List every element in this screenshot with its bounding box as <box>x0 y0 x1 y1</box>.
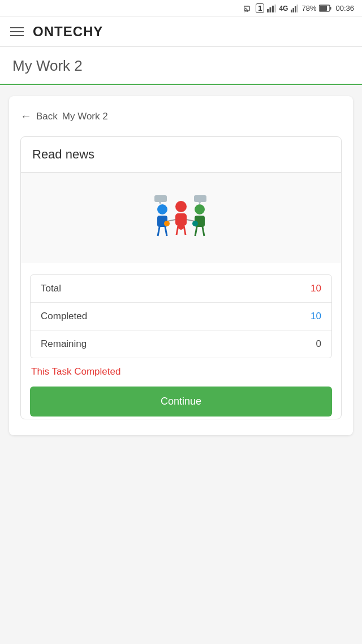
team-illustration <box>150 190 212 246</box>
inner-card: Read news <box>20 136 342 419</box>
cast-icon <box>244 5 253 12</box>
app-title: ONTECHY <box>33 24 103 40</box>
hamburger-menu[interactable] <box>10 27 24 36</box>
status-icons: 1 4G 78% 00:36 <box>244 3 354 13</box>
svg-line-29 <box>184 226 186 235</box>
time-display: 00:36 <box>335 4 354 12</box>
svg-rect-4 <box>272 6 274 12</box>
svg-rect-3 <box>270 7 272 12</box>
svg-rect-11 <box>320 6 327 11</box>
status-bar: 1 4G 78% 00:36 <box>0 0 362 17</box>
back-arrow-icon: ← <box>20 110 32 123</box>
svg-line-20 <box>187 220 195 221</box>
stats-row-total: Total 10 <box>31 275 331 303</box>
back-label: Back <box>36 111 58 122</box>
top-nav: ONTECHY <box>0 17 362 47</box>
network-type: 4G <box>279 5 288 12</box>
svg-line-30 <box>158 227 160 236</box>
battery-icon <box>319 5 331 12</box>
illustration-area <box>21 173 341 263</box>
svg-rect-9 <box>297 5 299 12</box>
svg-point-15 <box>157 204 167 214</box>
svg-line-28 <box>176 226 178 235</box>
stats-table: Total 10 Completed 10 Remaining 0 <box>30 274 332 358</box>
svg-line-32 <box>195 227 197 236</box>
svg-point-17 <box>195 204 205 214</box>
svg-point-13 <box>175 201 187 212</box>
completed-value: 10 <box>311 311 321 322</box>
svg-point-22 <box>178 224 184 230</box>
signal-icon <box>267 5 276 12</box>
task-completed-message: This Task Completed <box>30 366 332 377</box>
completed-label: Completed <box>41 311 87 322</box>
main-content: ← Back My Work 2 Read news <box>0 85 362 446</box>
svg-marker-25 <box>159 202 161 205</box>
lte-signal-icon <box>291 5 299 12</box>
page-title: My Work 2 <box>12 57 350 75</box>
svg-line-33 <box>202 227 204 236</box>
svg-rect-7 <box>293 8 295 12</box>
svg-rect-12 <box>330 7 331 10</box>
svg-rect-6 <box>291 10 292 12</box>
notification-badge: 1 <box>256 3 264 13</box>
remaining-value: 0 <box>316 338 321 350</box>
svg-line-31 <box>165 227 167 236</box>
svg-point-1 <box>244 11 244 12</box>
back-nav[interactable]: ← Back My Work 2 <box>20 110 342 123</box>
main-card: ← Back My Work 2 Read news <box>9 96 353 435</box>
remaining-label: Remaining <box>41 338 87 350</box>
breadcrumb: My Work 2 <box>62 111 108 122</box>
stats-row-remaining: Remaining 0 <box>31 330 331 358</box>
svg-rect-2 <box>267 9 269 12</box>
inner-card-header: Read news <box>21 137 341 173</box>
task-title: Read news <box>32 147 94 161</box>
svg-rect-14 <box>175 213 187 226</box>
svg-rect-5 <box>275 5 277 12</box>
total-value: 10 <box>311 283 321 294</box>
svg-rect-26 <box>194 195 206 202</box>
total-label: Total <box>41 283 61 294</box>
stats-row-completed: Completed 10 <box>31 303 331 330</box>
svg-rect-8 <box>295 6 296 12</box>
page-title-area: My Work 2 <box>0 47 362 85</box>
svg-point-21 <box>164 221 170 226</box>
svg-line-19 <box>167 220 175 221</box>
svg-rect-24 <box>154 195 167 202</box>
continue-button[interactable]: Continue <box>30 387 332 417</box>
svg-point-23 <box>192 221 198 226</box>
battery-percent: 78% <box>301 4 316 12</box>
